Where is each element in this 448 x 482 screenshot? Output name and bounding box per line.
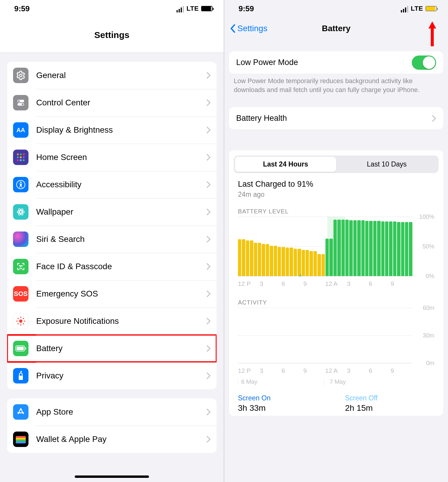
settings-row-app-store[interactable]: App Store bbox=[7, 398, 217, 426]
activity-caption: ACTIVITY bbox=[238, 299, 434, 306]
siri-icon bbox=[13, 232, 28, 247]
last-charged-sub: 24m ago bbox=[238, 191, 434, 199]
x-axis-labels: 12 P36912 A369 bbox=[238, 280, 412, 287]
lpm-description: Low Power Mode temporarily reduces backg… bbox=[234, 77, 439, 94]
svg-point-30 bbox=[24, 321, 25, 322]
settings-row-accessibility[interactable]: Accessibility bbox=[7, 171, 217, 198]
seg-last-24h[interactable]: Last 24 Hours bbox=[235, 157, 336, 172]
svg-point-33 bbox=[18, 323, 19, 324]
control-center-icon bbox=[13, 95, 28, 110]
settings-row-general[interactable]: General bbox=[7, 62, 217, 89]
svg-rect-14 bbox=[23, 156, 25, 158]
row-label: Accessibility bbox=[36, 180, 206, 189]
y-label: 0m bbox=[426, 360, 434, 367]
date-a: 6 May bbox=[238, 378, 324, 385]
signal-icon bbox=[401, 5, 409, 12]
row-label: Emergency SOS bbox=[36, 289, 206, 299]
chevron-right-icon bbox=[206, 126, 211, 134]
y-label: 50% bbox=[422, 243, 434, 250]
battery-icon-lpm bbox=[425, 6, 437, 11]
lpm-toggle[interactable] bbox=[412, 56, 436, 70]
svg-point-7 bbox=[18, 100, 20, 102]
svg-point-29 bbox=[16, 321, 18, 322]
svg-point-8 bbox=[22, 104, 23, 105]
settings-row-wallpaper[interactable]: Wallpaper bbox=[7, 198, 217, 226]
row-label: General bbox=[36, 71, 206, 80]
chevron-right-icon bbox=[206, 263, 211, 270]
battery-health-label: Battery Health bbox=[236, 114, 432, 123]
settings-row-exposure[interactable]: Exposure Notifications bbox=[7, 307, 217, 335]
svg-point-32 bbox=[23, 318, 24, 319]
low-power-mode-row[interactable]: Low Power Mode bbox=[229, 51, 443, 74]
chevron-right-icon bbox=[432, 115, 436, 122]
chevron-right-icon bbox=[206, 181, 211, 188]
date-labels: 6 May 7 May bbox=[238, 378, 412, 385]
status-time: 9:59 bbox=[14, 4, 30, 13]
svg-point-24 bbox=[19, 265, 20, 266]
settings-row-home-screen[interactable]: Home Screen bbox=[7, 144, 217, 171]
last-charged-title: Last Charged to 91% bbox=[238, 180, 434, 189]
status-time: 9:59 bbox=[239, 4, 254, 13]
low-power-mode-card: Low Power Mode bbox=[229, 51, 443, 74]
svg-rect-43 bbox=[401, 10, 402, 12]
settings-row-control-center[interactable]: Control Center bbox=[7, 89, 217, 116]
battery-health-row[interactable]: Battery Health bbox=[229, 107, 443, 129]
back-button[interactable]: Settings bbox=[230, 24, 267, 33]
svg-point-25 bbox=[22, 265, 22, 266]
chevron-right-icon bbox=[206, 318, 211, 325]
svg-rect-46 bbox=[407, 6, 408, 12]
lightning-icon: ⚡︎ bbox=[298, 272, 302, 279]
svg-rect-2 bbox=[181, 7, 182, 12]
row-label: Battery bbox=[36, 344, 206, 353]
svg-rect-17 bbox=[23, 159, 25, 161]
chevron-right-icon bbox=[206, 236, 211, 243]
date-b: 7 May bbox=[324, 378, 412, 385]
svg-point-19 bbox=[20, 182, 21, 183]
screen-off-total: Screen Off 2h 15m bbox=[345, 394, 434, 413]
privacy-icon bbox=[13, 368, 28, 383]
wallet-icon bbox=[13, 432, 28, 447]
status-bar: 9:59 LTE bbox=[224, 0, 448, 17]
y-label: 30m bbox=[423, 332, 434, 339]
time-range-segmented[interactable]: Last 24 Hours Last 10 Days bbox=[234, 156, 439, 173]
row-label: Siri & Search bbox=[36, 234, 206, 244]
svg-rect-1 bbox=[179, 9, 180, 12]
battery-icon bbox=[13, 341, 28, 356]
signal-icon bbox=[177, 5, 184, 12]
home-indicator[interactable] bbox=[75, 475, 149, 478]
y-label: 0% bbox=[426, 273, 434, 280]
svg-point-26 bbox=[19, 319, 22, 323]
nav-bar: Settings bbox=[0, 17, 224, 53]
settings-list-1: General Control Center AA Display & Brig… bbox=[7, 62, 217, 389]
settings-row-wallet[interactable]: Wallet & Apple Pay bbox=[7, 426, 217, 453]
svg-point-34 bbox=[23, 323, 24, 324]
settings-row-display[interactable]: AA Display & Brightness bbox=[7, 116, 217, 144]
network-label: LTE bbox=[187, 5, 199, 12]
nav-bar: Settings Battery bbox=[224, 17, 448, 39]
svg-rect-44 bbox=[403, 9, 404, 12]
usage-card: Last 24 Hours Last 10 Days Last Charged … bbox=[229, 150, 443, 416]
svg-point-27 bbox=[20, 317, 21, 318]
y-label: 60m bbox=[423, 305, 434, 311]
svg-rect-15 bbox=[17, 159, 19, 161]
screen-off-val: 2h 15m bbox=[345, 403, 434, 413]
settings-row-face-id[interactable]: Face ID & Passcode bbox=[7, 253, 217, 280]
app-store-icon bbox=[13, 404, 28, 420]
row-label: Exposure Notifications bbox=[36, 316, 206, 326]
back-label: Settings bbox=[237, 24, 267, 33]
row-label: Display & Brightness bbox=[36, 125, 206, 135]
svg-rect-36 bbox=[17, 347, 24, 350]
row-label: Home Screen bbox=[36, 153, 206, 162]
chevron-right-icon bbox=[206, 154, 211, 161]
svg-rect-42 bbox=[16, 441, 26, 443]
general-icon bbox=[13, 68, 28, 83]
svg-rect-45 bbox=[405, 7, 406, 12]
settings-row-sos[interactable]: SOS Emergency SOS bbox=[7, 280, 217, 307]
settings-list-2: App Store Wallet & Apple Pay bbox=[7, 398, 217, 453]
face-id-icon bbox=[13, 259, 28, 274]
settings-row-siri[interactable]: Siri & Search bbox=[7, 226, 217, 253]
settings-row-privacy[interactable]: Privacy bbox=[7, 362, 217, 389]
seg-last-10d[interactable]: Last 10 Days bbox=[336, 157, 437, 172]
row-label: Control Center bbox=[36, 98, 206, 107]
settings-row-battery[interactable]: Battery bbox=[7, 335, 217, 362]
